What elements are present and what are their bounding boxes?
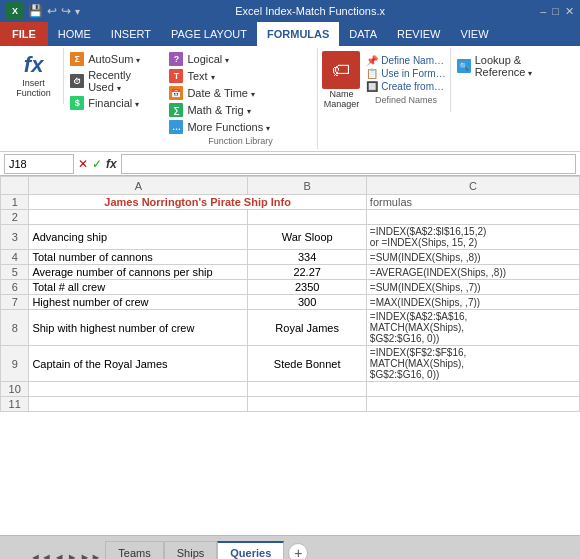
tab-ships[interactable]: Ships: [164, 541, 218, 559]
row-header-4[interactable]: 4: [1, 250, 29, 265]
col-header-a[interactable]: A: [29, 177, 248, 195]
menu-review[interactable]: REVIEW: [387, 22, 450, 46]
minimize-icon[interactable]: –: [540, 5, 546, 18]
col-header-c[interactable]: C: [366, 177, 579, 195]
text-button[interactable]: T Text ▾: [167, 68, 313, 84]
row-header-11[interactable]: 11: [1, 397, 29, 412]
cell-a9[interactable]: Captain of the Royal James: [29, 346, 248, 382]
menu-home[interactable]: HOME: [48, 22, 101, 46]
insert-function-button[interactable]: fx InsertFunction: [8, 50, 60, 102]
cell-b3[interactable]: War Sloop: [248, 225, 366, 250]
math-icon: ∑: [169, 103, 183, 117]
nav-next[interactable]: ►: [67, 551, 78, 559]
close-icon[interactable]: ✕: [565, 5, 574, 18]
cell-c2[interactable]: [366, 210, 579, 225]
row-header-2[interactable]: 2: [1, 210, 29, 225]
row-header-5[interactable]: 5: [1, 265, 29, 280]
cell-a11[interactable]: [29, 397, 248, 412]
cell-c4[interactable]: =SUM(INDEX(Ships, ,8)): [366, 250, 579, 265]
nav-prev[interactable]: ◄: [54, 551, 65, 559]
cell-b11[interactable]: [248, 397, 366, 412]
logical-button[interactable]: ? Logical ▾: [167, 51, 313, 67]
row-header-10[interactable]: 10: [1, 382, 29, 397]
row-header-7[interactable]: 7: [1, 295, 29, 310]
autosum-label: AutoSum ▾: [88, 53, 140, 65]
quick-more[interactable]: ▾: [75, 6, 80, 17]
menu-data[interactable]: DATA: [339, 22, 387, 46]
cell-c11[interactable]: [366, 397, 579, 412]
cell-a4[interactable]: Total number of cannons: [29, 250, 248, 265]
maximize-icon[interactable]: □: [552, 5, 559, 18]
row-header-3[interactable]: 3: [1, 225, 29, 250]
table-row: 1 James Norrington's Pirate Ship Info fo…: [1, 195, 580, 210]
cell-c8[interactable]: =INDEX($A$2:$A$16,MATCH(MAX(Ships),$G$2:…: [366, 310, 579, 346]
cell-c1[interactable]: formulas: [366, 195, 579, 210]
row-header-1[interactable]: 1: [1, 195, 29, 210]
menu-file[interactable]: FILE: [0, 22, 48, 46]
cell-c7[interactable]: =MAX(INDEX(Ships, ,7)): [366, 295, 579, 310]
menu-formulas[interactable]: FORMULAS: [257, 22, 339, 46]
nav-last[interactable]: ►►: [80, 551, 102, 559]
autosum-button[interactable]: Σ AutoSum ▾: [68, 51, 159, 67]
define-name-button[interactable]: 📌 Define Nam…: [366, 55, 445, 66]
cell-c9[interactable]: =INDEX($F$2:$F$16,MATCH(MAX(Ships),$G$2:…: [366, 346, 579, 382]
cell-a8[interactable]: Ship with highest number of crew: [29, 310, 248, 346]
fx-button[interactable]: fx: [106, 157, 117, 171]
cell-b7[interactable]: 300: [248, 295, 366, 310]
formula-input[interactable]: [121, 154, 576, 174]
ribbon: fx InsertFunction Σ AutoSum ▾ ⏱ Recently…: [0, 46, 580, 152]
menu-view[interactable]: VIEW: [450, 22, 498, 46]
recently-used-icon: ⏱: [70, 74, 84, 88]
tab-queries[interactable]: Queries: [217, 541, 284, 559]
table-row: 10: [1, 382, 580, 397]
cell-a6[interactable]: Total # all crew: [29, 280, 248, 295]
cell-b5[interactable]: 22.27: [248, 265, 366, 280]
row-header-6[interactable]: 6: [1, 280, 29, 295]
row-header-9[interactable]: 9: [1, 346, 29, 382]
math-trig-label: Math & Trig ▾: [187, 104, 250, 116]
more-functions-button[interactable]: … More Functions ▾: [167, 119, 313, 135]
cell-b4[interactable]: 334: [248, 250, 366, 265]
cell-b6[interactable]: 2350: [248, 280, 366, 295]
tab-teams[interactable]: Teams: [105, 541, 163, 559]
name-box[interactable]: J18: [4, 154, 74, 174]
lookup-reference-button[interactable]: 🔍 Lookup & Reference ▾: [455, 53, 572, 79]
sheet-nav[interactable]: ◄◄ ◄ ► ►►: [30, 551, 101, 559]
cell-a5[interactable]: Average number of cannons per ship: [29, 265, 248, 280]
cell-a10[interactable]: [29, 382, 248, 397]
cell-a7[interactable]: Highest number of crew: [29, 295, 248, 310]
menu-insert[interactable]: INSERT: [101, 22, 161, 46]
nav-first[interactable]: ◄◄: [30, 551, 52, 559]
cell-b8[interactable]: Royal James: [248, 310, 366, 346]
cancel-button[interactable]: ✕: [78, 157, 88, 171]
cell-c5[interactable]: =AVERAGE(INDEX(Ships, ,8)): [366, 265, 579, 280]
financial-button[interactable]: $ Financial ▾: [68, 95, 159, 111]
cell-b9[interactable]: Stede Bonnet: [248, 346, 366, 382]
confirm-button[interactable]: ✓: [92, 157, 102, 171]
cell-a2[interactable]: [29, 210, 248, 225]
use-in-form-button[interactable]: 📋 Use in Form…: [366, 68, 445, 79]
name-manager-button[interactable]: 🏷 NameManager: [322, 51, 360, 109]
col-header-b[interactable]: B: [248, 177, 366, 195]
cell-a3[interactable]: Advancing ship: [29, 225, 248, 250]
cell-c6[interactable]: =SUM(INDEX(Ships, ,7)): [366, 280, 579, 295]
cell-c10[interactable]: [366, 382, 579, 397]
date-time-button[interactable]: 📅 Date & Time ▾: [167, 85, 257, 101]
quick-undo[interactable]: ↩: [47, 4, 57, 18]
formula-bar: J18 ✕ ✓ fx: [0, 152, 580, 176]
create-from-button[interactable]: 🔲 Create from…: [366, 81, 445, 92]
window-controls[interactable]: – □ ✕: [540, 5, 574, 18]
cell-c3[interactable]: =INDEX($A$2:$I$16,15,2)or =INDEX(Ships, …: [366, 225, 579, 250]
quick-redo[interactable]: ↪: [61, 4, 71, 18]
math-trig-button[interactable]: ∑ Math & Trig ▾: [167, 102, 252, 118]
cell-b10[interactable]: [248, 382, 366, 397]
row-header-8[interactable]: 8: [1, 310, 29, 346]
cell-b2[interactable]: [248, 210, 366, 225]
table-row: 4 Total number of cannons 334 =SUM(INDEX…: [1, 250, 580, 265]
quick-save[interactable]: 💾: [28, 4, 43, 18]
menu-page-layout[interactable]: PAGE LAYOUT: [161, 22, 257, 46]
cell-a1[interactable]: James Norrington's Pirate Ship Info: [29, 195, 366, 210]
sheet-container[interactable]: A B C 1 James Norrington's Pirate Ship I…: [0, 176, 580, 535]
recently-used-button[interactable]: ⏱ Recently Used ▾: [68, 68, 159, 94]
add-sheet-button[interactable]: +: [288, 543, 308, 559]
